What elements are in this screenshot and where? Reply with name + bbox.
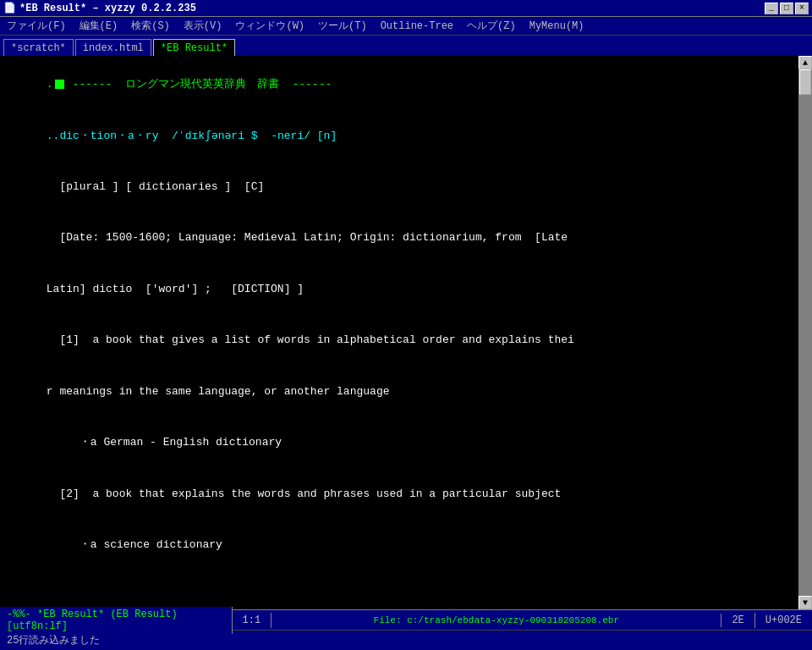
status-file: File: c:/trash/ebdata-xyzzy-090318205208… bbox=[272, 614, 721, 627]
window-controls[interactable]: _ □ × bbox=[765, 3, 809, 14]
latin-line: Latin] dictio ['word'] ; [DICTION] ] bbox=[7, 264, 792, 315]
menu-bar: ファイル(F) 編集(E) 検索(S) 表示(V) ウィンドウ(W) ツール(T… bbox=[0, 17, 812, 36]
content-panel[interactable]: . ------ ロングマン現代英英辞典 辞書 ------ ..dic・tio… bbox=[0, 56, 798, 609]
menu-file[interactable]: ファイル(F) bbox=[3, 17, 69, 35]
main-area: . ------ ロングマン現代英英辞典 辞書 ------ ..dic・tio… bbox=[0, 56, 812, 609]
status-encoding: U+002E bbox=[755, 613, 812, 628]
scroll-down-button[interactable]: ▼ bbox=[798, 596, 812, 609]
maximize-button[interactable]: □ bbox=[780, 3, 793, 14]
def1-line2: r meanings in the same language, or anot… bbox=[7, 366, 792, 417]
status-bar: -%%- *EB Result* (EB Result) [utf8n:lf] … bbox=[0, 609, 812, 630]
scrollbar[interactable]: ▲ ▼ bbox=[798, 56, 812, 609]
def2-line1: [2] a book that explains the words and p… bbox=[7, 468, 792, 519]
close-button[interactable]: × bbox=[795, 3, 809, 14]
tab-bar: *scratch* index.html *EB Result* bbox=[0, 36, 812, 56]
title-bar: 📄 *EB Result* – xyzzy 0.2.2.235 _ □ × bbox=[0, 0, 812, 17]
scroll-up-button[interactable]: ▲ bbox=[798, 56, 812, 69]
menu-outline[interactable]: Outline-Tree bbox=[377, 19, 457, 34]
message-text: 25行読み込みました bbox=[7, 633, 100, 647]
status-mode: -%%- *EB Result* (EB Result) [utf8n:lf] bbox=[0, 607, 233, 634]
minimize-button[interactable]: _ bbox=[765, 3, 778, 14]
def1-line1: [1] a book that gives a list of words in… bbox=[7, 315, 792, 366]
menu-help[interactable]: ヘルプ(Z) bbox=[464, 17, 519, 35]
status-position: 1:1 bbox=[233, 613, 272, 628]
menu-view[interactable]: 表示(V) bbox=[180, 17, 226, 35]
blank1 bbox=[7, 570, 792, 587]
plural-line: [plural ] [ dictionaries ] [C] bbox=[7, 162, 792, 212]
app-icon: 📄 bbox=[3, 2, 16, 14]
menu-window[interactable]: ウィンドウ(W) bbox=[232, 17, 308, 35]
tab-index[interactable]: index.html bbox=[75, 39, 151, 56]
tab-eb-result[interactable]: *EB Result* bbox=[153, 39, 235, 56]
section-header-longman: . ------ ロングマン現代英英辞典 辞書 ------ bbox=[7, 59, 792, 110]
example2: ・a science dictionary bbox=[7, 520, 792, 570]
tab-scratch[interactable]: *scratch* bbox=[3, 39, 74, 56]
entry-head-longman: ..dic・tion・a・ry /ˈdɪkʃənəri $ -neri/ [n] bbox=[7, 110, 792, 161]
menu-mymenu[interactable]: MyMenu(M) bbox=[526, 19, 588, 34]
title-text: *EB Result* – xyzzy 0.2.2.235 bbox=[19, 3, 196, 14]
menu-search[interactable]: 検索(S) bbox=[128, 17, 173, 35]
menu-edit[interactable]: 編集(E) bbox=[76, 17, 122, 35]
status-col: 2E bbox=[721, 613, 754, 628]
example1: ・a German - English dictionary bbox=[7, 417, 792, 468]
menu-tools[interactable]: ツール(T) bbox=[315, 17, 370, 35]
scrollbar-track[interactable] bbox=[798, 69, 812, 596]
scrollbar-thumb[interactable] bbox=[799, 69, 811, 95]
date-line: [Date: 1500-1600; Language: Medieval Lat… bbox=[7, 212, 792, 263]
